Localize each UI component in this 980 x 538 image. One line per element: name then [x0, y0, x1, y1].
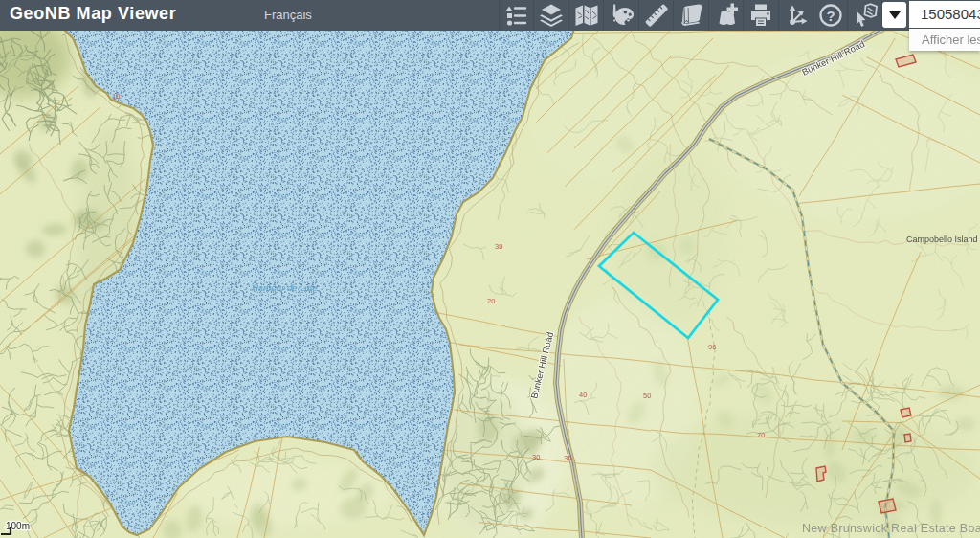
- svg-text:30: 30: [564, 454, 571, 462]
- svg-text:96: 96: [708, 343, 716, 351]
- svg-text:50: 50: [643, 392, 651, 400]
- svg-text:New Brunswick Real Estate Boar: New Brunswick Real Estate Board: [802, 522, 980, 535]
- svg-text:30: 30: [532, 453, 540, 461]
- svg-text:Campobello Island: Campobello Island: [906, 235, 978, 244]
- svg-text:70: 70: [757, 431, 765, 439]
- svg-text:10: 10: [112, 92, 120, 101]
- svg-text:30: 30: [495, 242, 502, 251]
- svg-text:100m: 100m: [6, 521, 30, 531]
- svg-text:40: 40: [579, 391, 587, 399]
- svg-text:20: 20: [487, 297, 495, 305]
- svg-text:Harbour de Lute: Harbour de Lute: [252, 282, 318, 293]
- svg-text:?: ?: [826, 8, 835, 24]
